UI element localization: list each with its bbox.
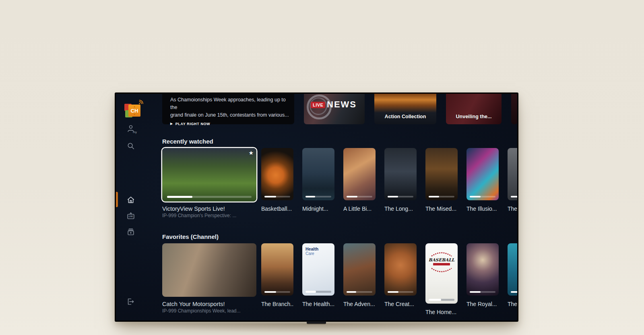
card-title: VictoryView Sports Live! (162, 206, 256, 212)
favorites-channel-section: Favorites (Channel) Catch Your Motorspor… (162, 232, 517, 315)
card-title: Midnight... (302, 206, 334, 212)
card-title: The Branch... (261, 301, 293, 307)
content-card[interactable] (343, 148, 376, 200)
content-card[interactable] (261, 243, 293, 296)
my-label: my (133, 130, 137, 134)
baseball-stitch-icon (430, 268, 453, 273)
baseball-stitch-icon (430, 251, 453, 257)
live-badge: LIVE (311, 102, 325, 108)
card-title: The Illusio... (466, 206, 499, 212)
sidebar: ▲ CH ▼ my (116, 94, 144, 321)
hero-card-unveiling[interactable]: Unveiling the... (446, 94, 502, 124)
card-cell: The Illusio... (466, 148, 499, 218)
hero-description: As Chamoionships Week approaches, leadin… (170, 96, 292, 119)
card-cell: The Branch... (261, 243, 293, 315)
search-button[interactable] (126, 142, 135, 150)
content-card[interactable] (508, 148, 517, 200)
hero-card-action-collection[interactable]: Action Collection (374, 94, 436, 124)
progress-bar (470, 196, 495, 197)
card-title: The Creat... (384, 301, 417, 307)
featured-cell: Catch Your Motorsports! IP-999 Champions… (162, 243, 256, 315)
content-card[interactable] (384, 148, 417, 200)
caret-up-icon: ▲ (128, 105, 140, 108)
progress-bar (264, 196, 290, 197)
content-card[interactable] (302, 148, 334, 200)
card-subtitle: IP-999 Championships Week, lead... (162, 308, 256, 314)
content-card[interactable] (508, 243, 517, 296)
play-right-now-button[interactable]: ▶ PLAY RIGHT NOW (170, 122, 292, 126)
card-title: The Long... (384, 206, 417, 212)
live-tv-icon: LIVE (126, 212, 135, 220)
progress-bar (305, 196, 331, 197)
card-title: The Adven... (343, 301, 376, 307)
baseball-banner (433, 263, 450, 265)
card-cell: The Mised... (425, 148, 458, 218)
hero-row: As Chamoionships Week approaches, leadin… (162, 94, 517, 124)
card-title: The Health... (302, 301, 334, 307)
sidebar-item-channels[interactable] (126, 228, 135, 236)
card-title: The Mised... (425, 206, 458, 212)
progress-bar (347, 196, 372, 197)
tv-shadow (129, 323, 507, 333)
featured-card-motorsports[interactable] (162, 243, 256, 297)
content-card[interactable] (466, 148, 499, 200)
card-cell: Basketball... (261, 148, 293, 218)
health-poster-text: Health Care (302, 243, 334, 256)
card-title: A Little Bi... (343, 206, 376, 212)
card-title: The Home... (425, 309, 458, 315)
app-logo[interactable]: ▲ CH ▼ (124, 101, 142, 119)
card-subtitle: IP-999 Champion's Perspective: ... (162, 213, 256, 218)
favorite-star-icon: ★ (248, 150, 254, 156)
progress-bar (388, 291, 413, 293)
sidebar-item-live-tv[interactable]: LIVE (126, 212, 135, 220)
card-title: The (508, 206, 517, 212)
featured-card-victoryview[interactable]: ★ (162, 148, 256, 201)
progress-bar (429, 299, 454, 301)
hero-banner[interactable]: As Chamoionships Week approaches, leadin… (162, 94, 294, 124)
progress-bar (305, 291, 331, 293)
row-heading: Favorites (Channel) (162, 232, 517, 243)
search-icon (126, 142, 135, 150)
caret-down-icon: ▼ (128, 113, 140, 116)
content-card[interactable] (384, 243, 417, 296)
content-card[interactable] (261, 148, 293, 200)
card-title: Catch Your Motorsports! (162, 301, 256, 307)
my-profile-button[interactable]: my (126, 124, 135, 133)
card-cell: Midnight... (302, 148, 334, 218)
sidebar-item-home[interactable] (126, 195, 135, 204)
recently-watched-section: Recently watched ★ VictoryView Sports Li… (162, 137, 517, 218)
exit-button[interactable] (126, 297, 135, 306)
content-card[interactable] (425, 148, 458, 200)
progress-bar (388, 196, 413, 197)
content-card-health-poster[interactable]: Health Care (302, 243, 334, 296)
play-icon: ▶ (170, 122, 173, 125)
content-card[interactable] (466, 243, 499, 296)
card-cell: The Creat... (384, 243, 417, 315)
svg-text:LIVE: LIVE (129, 216, 133, 218)
hero-card-live-news[interactable]: LIVE NEWS (304, 94, 365, 124)
logo-text: CH (131, 108, 138, 114)
hero-card-partial[interactable] (511, 94, 517, 124)
content-card[interactable] (343, 243, 376, 296)
exit-icon (126, 297, 135, 306)
progress-bar (511, 291, 517, 293)
active-item-indicator (116, 192, 118, 207)
thumbnail-strip: Basketball... Midnight... (261, 148, 517, 218)
content-card-baseball-poster[interactable]: BASEBALL (425, 243, 458, 304)
news-title: NEWS (327, 99, 357, 110)
progress-bar (347, 291, 372, 293)
channel-list-icon (126, 228, 135, 236)
card-title: The (508, 301, 517, 307)
card-title: Basketball... (261, 206, 293, 212)
card-cell: Health Care The Health... (302, 243, 334, 315)
main-content: As Chamoionships Week approaches, leadin… (162, 94, 517, 321)
thumbnail-strip: The Branch... Health Care The Health... (261, 243, 517, 315)
row-heading: Recently watched (162, 137, 517, 148)
progress-bar (511, 196, 517, 197)
card-cell: The Adven... (343, 243, 376, 315)
tv-screen: ▲ CH ▼ my (116, 94, 517, 321)
card-cell: BASEBALL The Home... (425, 243, 458, 315)
card-cell-partial: The (508, 148, 517, 218)
home-icon (126, 195, 135, 204)
card-cell-partial: The (508, 243, 517, 315)
